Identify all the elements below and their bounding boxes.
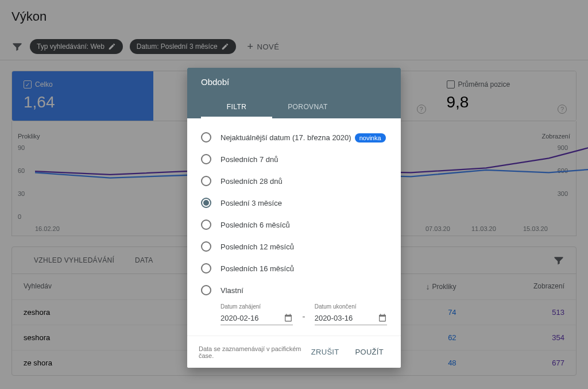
radio-3months[interactable]: Poslední 3 měsíce xyxy=(201,192,387,214)
modal-backdrop[interactable]: Období FILTR POROVNAT Nejaktuálnější dat… xyxy=(0,0,588,389)
radio-icon xyxy=(201,219,211,230)
radio-label: Posledních 28 dnů xyxy=(220,177,283,186)
date-inputs: Datum zahájení 2020-02-16 - Datum ukonče… xyxy=(220,303,387,325)
calendar-icon xyxy=(284,313,293,322)
badge-new: novinka xyxy=(355,133,386,142)
radio-icon xyxy=(201,198,211,208)
modal-tab-filter[interactable]: FILTR xyxy=(201,97,272,118)
modal-title: Období xyxy=(201,77,387,87)
date-end-label: Datum ukončení xyxy=(315,303,387,310)
radio-7days[interactable]: Posledních 7 dnů xyxy=(201,148,387,170)
radio-28days[interactable]: Posledních 28 dnů xyxy=(201,170,387,192)
radio-label: Vlastní xyxy=(220,286,243,295)
date-range-modal: Období FILTR POROVNAT Nejaktuálnější dat… xyxy=(187,68,401,368)
footer-note: Data se zaznamenávají v pacifickém čase. xyxy=(199,345,305,359)
radio-icon xyxy=(201,154,211,164)
date-end-input[interactable]: 2020-03-16 xyxy=(315,311,387,325)
radio-custom[interactable]: Vlastní xyxy=(201,279,387,301)
radio-6months[interactable]: Posledních 6 měsíců xyxy=(201,214,387,236)
radio-label: Posledních 16 měsíců xyxy=(220,264,294,273)
radio-icon xyxy=(201,176,211,186)
radio-label: Posledních 7 dnů xyxy=(220,155,278,164)
radio-label: Posledních 12 měsíců xyxy=(220,242,294,251)
modal-tab-compare[interactable]: POROVNAT xyxy=(272,97,343,118)
radio-icon xyxy=(201,285,211,295)
radio-label: Nejaktuálnější datum (17. března 2020) xyxy=(220,133,351,142)
date-start-input[interactable]: 2020-02-16 xyxy=(220,311,293,325)
apply-button[interactable]: POUŽÍT xyxy=(350,344,389,360)
date-start-label: Datum zahájení xyxy=(220,303,293,310)
modal-body: Nejaktuálnější datum (17. března 2020)no… xyxy=(187,118,401,330)
modal-footer: Data se zaznamenávají v pacifickém čase.… xyxy=(187,336,401,368)
modal-header: Období FILTR POROVNAT xyxy=(187,68,401,118)
calendar-icon xyxy=(378,313,387,322)
radio-16months[interactable]: Posledních 16 měsíců xyxy=(201,257,387,279)
radio-icon xyxy=(201,132,211,142)
radio-label: Poslední 3 měsíce xyxy=(220,199,282,207)
dash-separator: - xyxy=(302,311,305,325)
radio-12months[interactable]: Posledních 12 měsíců xyxy=(201,236,387,257)
date-value: 2020-02-16 xyxy=(220,314,259,322)
radio-label: Posledních 6 měsíců xyxy=(220,221,290,229)
radio-icon xyxy=(201,241,211,252)
radio-latest[interactable]: Nejaktuálnější datum (17. března 2020)no… xyxy=(201,126,387,148)
radio-icon xyxy=(201,263,211,274)
date-value: 2020-03-16 xyxy=(315,314,353,322)
cancel-button[interactable]: ZRUŠIT xyxy=(305,344,345,360)
